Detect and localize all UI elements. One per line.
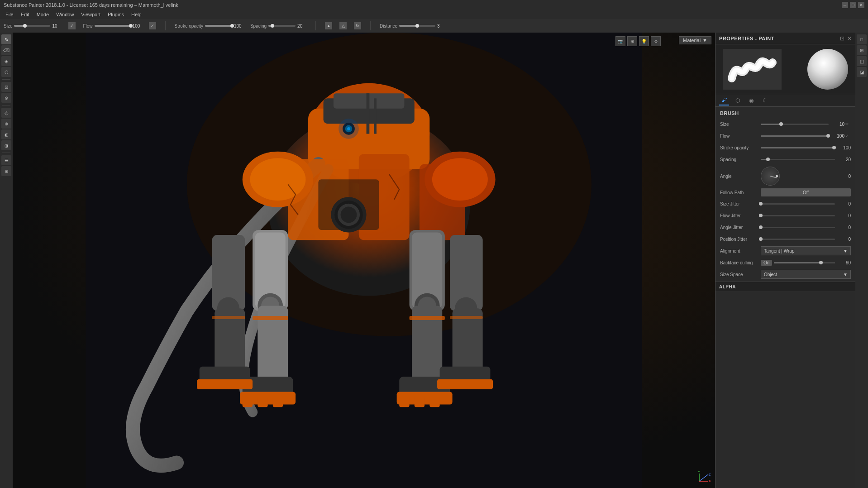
right-tool-bake[interactable]: ◪ bbox=[857, 67, 867, 77]
follow-path-toggle[interactable]: Off bbox=[761, 188, 851, 196]
menu-edit[interactable]: Edit bbox=[17, 11, 33, 18]
axis-indicator: Z X Y bbox=[697, 470, 711, 483]
tool-paint[interactable]: ✎ bbox=[1, 34, 11, 44]
right-tool-textures[interactable]: ◫ bbox=[857, 56, 867, 66]
close-button[interactable]: ✕ bbox=[858, 2, 864, 8]
svg-text:X: X bbox=[709, 479, 711, 483]
menu-window[interactable]: Window bbox=[52, 11, 77, 18]
prop-value-flow-jitter: 0 bbox=[835, 213, 851, 218]
menu-mode[interactable]: Mode bbox=[33, 11, 53, 18]
size-slider[interactable] bbox=[14, 25, 50, 27]
tab-brush[interactable]: 🖌 bbox=[719, 96, 729, 105]
tool-layers[interactable]: ☰ bbox=[1, 155, 11, 165]
flow-jitter-slider[interactable] bbox=[761, 212, 835, 219]
prop-value-backface-culling: 90 bbox=[835, 260, 851, 265]
right-tool-palette: □ ⊞ ◫ ◪ bbox=[855, 33, 868, 488]
prop-value-angle-jitter: 0 bbox=[835, 225, 851, 230]
prop-row-position-jitter: Position Jitter 0 bbox=[720, 234, 851, 244]
svg-rect-25 bbox=[258, 397, 267, 407]
tool-dodge[interactable]: ◐ bbox=[1, 129, 11, 139]
tool-smudge[interactable]: ⊕ bbox=[1, 119, 11, 129]
material-label: Material bbox=[683, 38, 701, 43]
menu-file[interactable]: File bbox=[2, 11, 17, 18]
alignment-dropdown[interactable]: Tangent | Wrap ▼ bbox=[761, 246, 851, 255]
flow-slider[interactable] bbox=[95, 25, 131, 27]
menu-plugins[interactable]: Plugins bbox=[104, 11, 128, 18]
size-prop-slider[interactable] bbox=[761, 121, 829, 127]
position-jitter-slider[interactable] bbox=[761, 236, 835, 242]
right-tool-channels[interactable]: ⊞ bbox=[857, 45, 867, 55]
svg-text:Y: Y bbox=[698, 470, 700, 474]
brush-check-icon[interactable]: ✓ bbox=[68, 22, 76, 29]
size-edit-icon[interactable]: ✏ bbox=[845, 122, 851, 126]
size-space-dropdown[interactable]: Object ▼ bbox=[761, 270, 851, 279]
viewport[interactable]: 📷 ⊞ 💡 ⚙ Material ▼ Z X Y bbox=[13, 33, 715, 488]
tool-fill[interactable]: ◈ bbox=[1, 56, 11, 66]
tool-grid[interactable]: ⊞ bbox=[1, 166, 11, 176]
toolbar-size-group: Size 10 bbox=[4, 24, 61, 29]
menu-help[interactable]: Help bbox=[128, 11, 145, 18]
prop-row-flow-jitter: Flow Jitter 0 bbox=[720, 211, 851, 220]
stroke-opacity-slider[interactable] bbox=[205, 25, 232, 27]
svg-point-16 bbox=[432, 158, 488, 201]
distance-slider[interactable] bbox=[399, 25, 435, 27]
backface-culling-on-badge[interactable]: On bbox=[761, 260, 772, 266]
stroke-opacity-value: 100 bbox=[234, 24, 243, 29]
menubar: File Edit Mode Window Viewport Plugins H… bbox=[0, 10, 868, 19]
prop-row-stroke-opacity: Stroke opacity 100 bbox=[720, 143, 851, 152]
light-icon[interactable]: 💡 bbox=[639, 36, 649, 46]
angle-dial[interactable] bbox=[761, 167, 780, 186]
backface-culling-slider[interactable] bbox=[774, 262, 835, 263]
size-jitter-slider[interactable] bbox=[761, 201, 835, 207]
panel-content[interactable]: BRUSH Size 10 ✏ Flow 100 ✓ bbox=[715, 107, 855, 488]
dropdown-arrow-icon: ▼ bbox=[702, 38, 707, 43]
svg-text:Z: Z bbox=[709, 473, 711, 476]
maximize-button[interactable]: □ bbox=[850, 2, 856, 8]
alpha-section-title: ALPHA bbox=[719, 284, 736, 289]
left-tool-palette: ✎ ⌫ ◈ ⬡ ⊡ ⊗ ◎ ⊕ ◐ ◑ ☰ ⊞ bbox=[0, 33, 13, 488]
menu-viewport[interactable]: Viewport bbox=[77, 11, 104, 18]
right-tool-layers[interactable]: □ bbox=[857, 34, 867, 44]
flow-label: Flow bbox=[83, 24, 92, 29]
prop-row-angle: Angle 0 bbox=[720, 167, 851, 186]
flow-prop-slider[interactable] bbox=[761, 133, 829, 139]
tab-material[interactable]: ⬡ bbox=[733, 96, 743, 105]
toolbar-sep-1 bbox=[165, 21, 166, 30]
spacing-slider[interactable] bbox=[268, 25, 296, 27]
brush-stroke-preview[interactable] bbox=[723, 49, 782, 90]
grid-icon[interactable]: ⊞ bbox=[627, 36, 637, 46]
flow-check-icon[interactable]: ✓ bbox=[149, 22, 156, 29]
stroke-mode-icon-3[interactable]: ↻ bbox=[354, 22, 361, 29]
tool-clone[interactable]: ◎ bbox=[1, 108, 11, 118]
tool-transform[interactable]: ⊗ bbox=[1, 93, 11, 103]
minimize-button[interactable]: ─ bbox=[842, 2, 848, 8]
size-label: Size bbox=[4, 24, 12, 29]
tool-eraser[interactable]: ⌫ bbox=[1, 45, 11, 55]
panel-options-icon[interactable]: ⊡ bbox=[840, 35, 844, 42]
settings-icon[interactable]: ⚙ bbox=[651, 36, 661, 46]
prop-label-stroke-opacity: Stroke opacity bbox=[720, 145, 761, 150]
svg-rect-41 bbox=[197, 379, 253, 389]
prop-label-alignment: Alignment bbox=[720, 249, 761, 254]
stroke-opacity-prop-slider[interactable] bbox=[761, 144, 835, 151]
spacing-prop-slider[interactable] bbox=[761, 156, 835, 163]
toolbar-sep-3 bbox=[370, 21, 371, 30]
tool-shape[interactable]: ⬡ bbox=[1, 67, 11, 77]
angle-jitter-slider[interactable] bbox=[761, 224, 835, 230]
tab-effects[interactable]: ☾ bbox=[760, 96, 770, 105]
material-dropdown[interactable]: Material ▼ bbox=[679, 36, 711, 44]
alignment-arrow-icon: ▼ bbox=[843, 249, 848, 254]
prop-label-size-jitter: Size Jitter bbox=[720, 201, 761, 206]
tool-burn[interactable]: ◑ bbox=[1, 140, 11, 150]
flow-edit-icon[interactable]: ✓ bbox=[845, 134, 851, 138]
tool-select[interactable]: ⊡ bbox=[1, 82, 11, 92]
toolbar-spacing-group: Spacing 20 bbox=[250, 24, 306, 29]
prop-label-angle: Angle bbox=[720, 174, 761, 179]
prop-label-size: Size bbox=[720, 122, 761, 127]
camera-icon[interactable]: 📷 bbox=[615, 36, 625, 46]
prop-label-spacing: Spacing bbox=[720, 157, 761, 162]
stroke-mode-icon-2[interactable]: △ bbox=[339, 22, 347, 29]
panel-close-icon[interactable]: ✕ bbox=[847, 35, 852, 42]
tab-texture[interactable]: ◉ bbox=[746, 96, 756, 105]
stroke-mode-icon[interactable]: ▲ bbox=[325, 22, 332, 29]
